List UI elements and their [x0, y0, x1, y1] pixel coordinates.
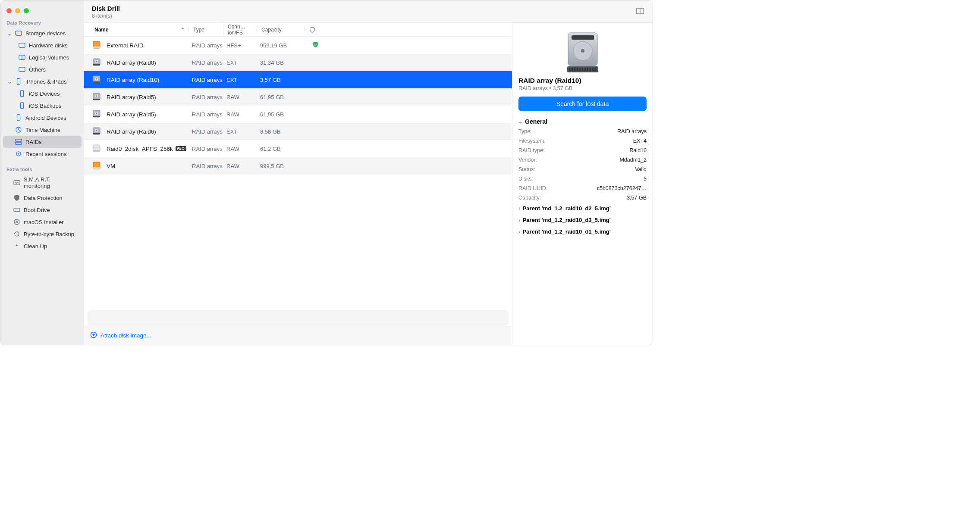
svg-rect-25 [93, 64, 100, 66]
sidebar-item-smart[interactable]: S.M.A.R.T. monitoring [3, 174, 82, 192]
table-row[interactable]: RAID array (Raid5) RAID arrays RAW 61,95… [84, 106, 512, 123]
sidebar-item-raids[interactable]: RAIDs [3, 136, 82, 148]
chevron-right-icon: › [518, 218, 520, 223]
search-lost-data-button[interactable]: Search for lost data [518, 97, 647, 111]
sidebar-item-android[interactable]: Android Devices [3, 112, 82, 124]
svg-point-7 [18, 83, 19, 84]
svg-rect-45 [93, 167, 100, 169]
sidebar-item-clean-up[interactable]: Clean Up [3, 240, 82, 252]
general-group-header[interactable]: ⌄ General [518, 116, 647, 127]
column-header-capacity[interactable]: Capacity [257, 27, 304, 33]
svg-rect-60 [584, 68, 586, 71]
parent-group-header[interactable]: ›Parent 'md_1.2_raid10_d2_5.img' [518, 203, 647, 214]
svg-rect-21 [93, 47, 100, 48]
svg-rect-0 [16, 31, 22, 35]
column-header-connection-fs[interactable]: Conn…ion/FS [223, 24, 257, 36]
cell-name: RAID array (Raid6) [107, 128, 192, 135]
cell-capacity: 3,57 GB [260, 77, 308, 83]
drive-image [518, 29, 647, 77]
close-window-button[interactable] [6, 8, 12, 13]
sidebar-item-data-protection[interactable]: Data Protection [3, 192, 82, 204]
kv-value: Raid10 [629, 147, 647, 153]
svg-rect-63 [592, 68, 594, 71]
chevron-right-icon: › [518, 206, 520, 211]
circle-x-icon [13, 218, 20, 225]
cell-connection: EXT [226, 59, 260, 66]
sidebar-item-boot-drive[interactable]: Boot Drive [3, 204, 82, 216]
svg-point-36 [96, 112, 97, 113]
sidebar-item-hardware-disks[interactable]: Hardware disks [3, 39, 82, 51]
phone-icon [19, 102, 25, 109]
svg-rect-2 [19, 43, 25, 47]
sidebar-item-iphones-ipads[interactable]: ⌄ iPhones & iPads [3, 75, 82, 87]
svg-rect-33 [93, 99, 100, 100]
details-title: RAID array (Raid10) [518, 77, 647, 84]
svg-rect-5 [19, 67, 25, 72]
bottom-strip [88, 310, 509, 326]
sidebar-item-storage-devices[interactable]: ⌄ Storage devices [3, 27, 82, 39]
sidebar-item-logical-volumes[interactable]: Logical volumes [3, 51, 82, 63]
sidebar-item-byte-backup[interactable]: Byte-to-byte Backup [3, 228, 82, 240]
svg-rect-64 [595, 68, 596, 71]
table-row[interactable]: VM RAID arrays RAW 999,5 GB [84, 157, 512, 175]
column-header-shield[interactable] [304, 27, 320, 33]
book-icon[interactable] [635, 6, 645, 17]
heartbeat-icon [13, 179, 20, 186]
svg-point-52 [581, 49, 584, 53]
sidebar-item-recent-sessions[interactable]: Recent sessions [3, 148, 82, 160]
table-row[interactable]: RAID array (Raid10) RAID arrays EXT 3,57… [84, 71, 512, 88]
cell-capacity: 8,58 GB [260, 128, 308, 135]
cell-connection: RAW [226, 163, 260, 169]
svg-rect-29 [93, 81, 100, 83]
table-row[interactable]: RAID array (Raid5) RAID arrays RAW 61,95… [84, 88, 512, 106]
parent-group-header[interactable]: ›Parent 'md_1.2_raid10_d1_5.img' [518, 226, 647, 237]
svg-rect-57 [577, 68, 578, 71]
sidebar-item-label: Recent sessions [25, 151, 66, 157]
sidebar: Data Recovery ⌄ Storage devices Hardware… [0, 0, 84, 345]
column-header-type[interactable]: Type [188, 27, 223, 33]
sidebar-item-label: Byte-to-byte Backup [24, 231, 74, 237]
cell-type: RAID arrays [192, 59, 226, 66]
cell-name: Raid0_2disk_APFS_256kR/O [107, 146, 192, 152]
svg-rect-58 [579, 68, 581, 71]
table-row[interactable]: RAID array (Raid0) RAID arrays EXT 31,34… [84, 54, 512, 71]
cell-name: RAID array (Raid0) [107, 59, 192, 66]
cell-name: External RAID [107, 42, 192, 49]
disk-icon [13, 206, 20, 213]
cell-type: RAID arrays [192, 94, 226, 100]
table-row[interactable]: External RAID RAID arrays HFS+ 959,19 GB [84, 37, 512, 54]
table-row[interactable]: Raid0_2disk_APFS_256kR/O RAID arrays RAW… [84, 140, 512, 157]
kv-value: Mdadm1_2 [619, 157, 647, 163]
volumes-icon [19, 54, 25, 61]
table-header: Name ⌃ Type Conn…ion/FS Capacity [84, 23, 512, 37]
sidebar-item-label: Android Devices [25, 115, 66, 121]
parent-group-header[interactable]: ›Parent 'md_1.2_raid10_d3_5.img' [518, 214, 647, 226]
phone-icon [19, 90, 25, 97]
minimize-window-button[interactable] [15, 8, 20, 13]
disk-icon [92, 75, 102, 85]
kv-value: c5b0873cb276247… [597, 185, 647, 191]
cell-capacity: 959,19 GB [260, 42, 308, 49]
chevron-down-icon: ⌄ [518, 119, 522, 125]
column-header-name[interactable]: Name ⌃ [84, 27, 188, 33]
kv-value: RAID arrays [617, 128, 647, 134]
zoom-window-button[interactable] [24, 8, 29, 13]
cell-type: RAID arrays [192, 42, 226, 49]
sidebar-item-label: S.M.A.R.T. monitoring [24, 176, 76, 189]
table-row[interactable]: RAID array (Raid6) RAID arrays EXT 8,58 … [84, 123, 512, 140]
phone-icon [15, 78, 22, 85]
attach-disk-image-link[interactable]: Attach disk image... [84, 326, 512, 345]
disk-icon [92, 57, 102, 68]
sidebar-item-ios-devices[interactable]: iOS Devices [3, 87, 82, 100]
table-body: External RAID RAID arrays HFS+ 959,19 GB… [84, 37, 512, 307]
disk-icon [19, 42, 25, 49]
sidebar-item-ios-backups[interactable]: iOS Backups [3, 100, 82, 112]
sidebar-item-label: RAIDs [25, 139, 42, 145]
sidebar-item-others[interactable]: Others [3, 63, 82, 75]
svg-rect-9 [21, 103, 24, 109]
cell-connection: RAW [226, 111, 260, 118]
app-title: Disk Drill [92, 5, 120, 12]
sidebar-item-macos-installer[interactable]: macOS Installer [3, 216, 82, 228]
sidebar-item-time-machine[interactable]: Time Machine [3, 124, 82, 136]
sidebar-item-label: iOS Devices [29, 90, 60, 97]
